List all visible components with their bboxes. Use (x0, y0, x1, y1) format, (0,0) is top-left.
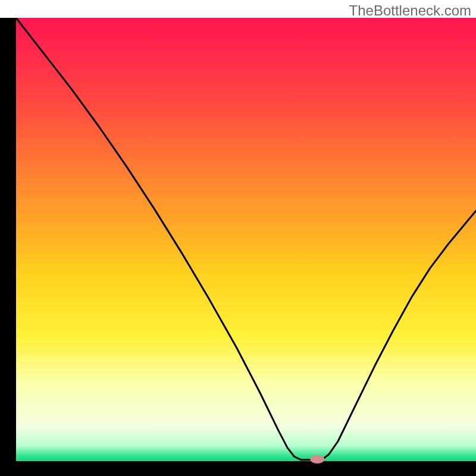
bottleneck-chart (0, 0, 476, 476)
chart-container: TheBottleneck.com (0, 0, 476, 476)
watermark-label: TheBottleneck.com (349, 2, 471, 19)
plot-background (16, 18, 476, 461)
optimal-point-marker (310, 455, 324, 464)
